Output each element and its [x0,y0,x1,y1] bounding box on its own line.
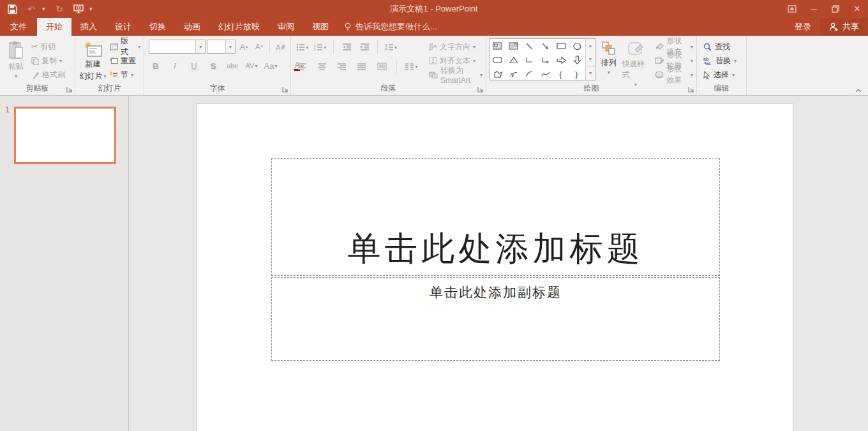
new-slide-button[interactable]: 新建 幻灯片 ▾ [78,38,108,82]
align-left-button[interactable] [296,59,310,73]
collapse-ribbon-icon[interactable] [855,88,862,93]
redo-icon[interactable]: ↻ [51,1,68,17]
align-right-button[interactable] [335,59,349,73]
strikethrough-button[interactable]: abc [225,59,239,73]
right-arrow-icon[interactable] [553,53,569,67]
replace-button[interactable]: abac 替换 ▾ [700,54,745,68]
numbering-button[interactable]: 123 ▾ [313,40,327,54]
rounded-rectangle-icon[interactable] [490,53,505,67]
arrow-icon[interactable] [537,39,553,53]
select-button[interactable]: 选择 ▾ [700,68,745,82]
clipboard-dialog-launcher-icon[interactable] [66,86,73,93]
slide-thumbnail[interactable] [14,107,116,164]
smartart-dropdown-icon: ▾ [480,72,483,78]
font-name-value [149,40,195,53]
align-center-button[interactable] [315,59,329,73]
sign-in-button[interactable]: 登录 [786,18,820,36]
left-brace-icon[interactable]: { [553,67,569,81]
arc-icon[interactable] [521,67,537,81]
freeform-icon[interactable] [490,67,505,81]
text-box-icon[interactable] [490,39,505,53]
line-spacing-button[interactable]: ▾ [384,40,398,54]
shapes-scroll-down-icon[interactable]: ▾ [586,52,595,66]
convert-to-smartart-button[interactable]: 转换为 SmartArt ▾ [427,68,484,82]
vertical-text-box-icon[interactable] [505,39,521,53]
font-name-dropdown-icon[interactable]: ▾ [195,40,205,53]
layout-button[interactable]: 版式 ▾ [108,40,142,54]
restore-icon[interactable] [825,0,846,18]
reset-button[interactable]: 重置 [108,54,142,68]
tab-transitions[interactable]: 切换 [140,18,175,36]
rectangle-icon[interactable] [553,39,569,53]
increase-font-size-button[interactable]: A▴ [237,40,251,54]
triangle-icon[interactable] [505,53,521,67]
find-button[interactable]: 查找 [700,40,745,54]
section-button[interactable]: 节 ▾ [108,68,142,82]
quick-styles-button[interactable]: 快速样式 ▾ [622,38,650,82]
character-spacing-button[interactable]: AV▾ [244,59,258,73]
title-placeholder[interactable]: 单击此处添加标题 [271,158,720,276]
undo-icon[interactable]: ↶ [23,1,40,17]
text-direction-button[interactable]: A 文字方向 ▾ [427,40,484,54]
cut-button[interactable]: ✂ 剪切 [29,40,67,54]
font-size-combobox[interactable]: ▾ [207,40,236,54]
tab-animations[interactable]: 动画 [175,18,209,36]
distribute-text-button[interactable] [375,59,389,73]
tab-review[interactable]: 审阅 [269,18,303,36]
elbow-arrow-connector-icon[interactable] [537,53,553,67]
customize-qat-icon[interactable]: ▾ [89,6,96,12]
smartart-label: 转换为 SmartArt [440,65,477,85]
save-icon[interactable] [4,1,20,17]
tab-file[interactable]: 文件 [0,18,37,36]
font-dialog-launcher-icon[interactable] [282,86,289,93]
down-arrow-icon[interactable] [569,53,585,67]
format-painter-button[interactable]: 格式刷 [29,68,67,82]
arrange-button[interactable]: 排列 ▾ [599,38,618,82]
increase-indent-button[interactable] [357,40,371,54]
columns-button[interactable]: ▾ [405,59,419,73]
underline-button[interactable]: U [187,59,201,73]
right-brace-icon[interactable]: } [569,67,585,81]
undo-dropdown-icon[interactable]: ▾ [42,6,49,12]
justify-button[interactable] [355,59,369,73]
shapes-scroll-up-icon[interactable]: ▴ [586,39,595,52]
paragraph-dialog-launcher-icon[interactable] [477,86,484,93]
bullets-button[interactable]: ▾ [296,40,310,54]
minimize-icon[interactable]: ─ [803,0,825,18]
italic-button[interactable]: I [168,59,182,73]
font-size-dropdown-icon[interactable]: ▾ [225,40,235,53]
shapes-more-icon[interactable]: ▾ [586,66,595,80]
tab-insert[interactable]: 插入 [71,18,106,36]
subtitle-placeholder[interactable]: 单击此处添加副标题 [271,277,720,361]
shape-effects-dropdown-icon: ▾ [691,72,693,78]
scribble-icon[interactable] [505,67,521,81]
decrease-font-size-button[interactable]: A▾ [252,40,266,54]
text-shadow-button[interactable]: S [206,59,220,73]
copy-button[interactable]: 复制 ▾ [29,54,67,68]
change-case-dropdown-icon: ▾ [274,63,277,69]
paste-button[interactable]: 粘贴 ▾ [3,38,29,82]
line-spacing-dropdown-icon: ▾ [394,45,397,50]
replace-dropdown-icon: ▾ [734,58,737,64]
line-icon[interactable] [521,39,537,53]
bold-button[interactable]: B [149,59,163,73]
decrease-indent-button[interactable] [340,40,354,54]
share-button[interactable]: 共享 [820,18,868,36]
start-slideshow-icon[interactable] [70,1,87,17]
tab-home[interactable]: 开始 [37,18,71,36]
shape-effects-button[interactable]: 形状效果 ▾ [653,68,695,82]
elbow-connector-icon[interactable] [521,53,537,67]
tab-view[interactable]: 视图 [303,18,338,36]
ribbon-display-options-icon[interactable] [781,0,803,18]
drawing-dialog-launcher-icon[interactable] [688,86,695,93]
font-name-combobox[interactable]: ▾ [149,40,206,54]
curve-icon[interactable] [537,67,553,81]
tell-me-box[interactable]: 告诉我您想要做什么... [338,18,444,36]
close-icon[interactable]: × [846,0,868,18]
oval-icon[interactable] [569,39,585,53]
tab-design[interactable]: 设计 [106,18,140,36]
tab-slideshow[interactable]: 幻灯片放映 [209,18,269,36]
change-case-button[interactable]: Aa▾ [264,59,278,73]
clear-formatting-button[interactable]: A [273,40,287,54]
slide-canvas[interactable]: 单击此处添加标题 单击此处添加副标题 [197,104,793,431]
